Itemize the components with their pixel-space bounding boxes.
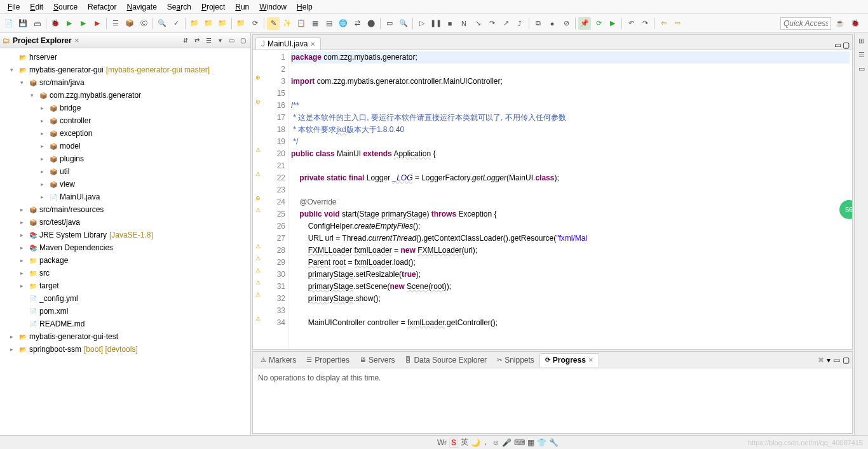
menu-project[interactable]: Project — [196, 1, 230, 13]
highlight-icon[interactable]: ✎ — [267, 17, 280, 30]
bottom-tab-data-source-explorer[interactable]: 🗄Data Source Explorer — [400, 354, 492, 366]
menu-help[interactable]: Help — [292, 1, 318, 13]
debug-icon[interactable]: 🐞 — [49, 17, 62, 30]
view-menu-icon[interactable]: ▾ — [215, 36, 225, 46]
tree-item[interactable]: ▸📦plugins — [0, 152, 250, 165]
tree-item[interactable]: ▸📁target — [0, 279, 250, 292]
perspective-debug-icon[interactable]: 🐞 — [849, 17, 862, 30]
pause-icon[interactable]: ❚❚ — [430, 17, 442, 30]
tree-item[interactable]: ▸📦bridge — [0, 102, 250, 114]
search2-icon[interactable]: 🔍 — [397, 17, 410, 30]
editor-body[interactable]: ⊕⊖⚠⚠⊖⚠⚠⚠⚠⚠⚠⚠ 123151617181920212223242526… — [253, 50, 852, 349]
step-into-icon[interactable]: ↘ — [471, 17, 484, 30]
remove-all-icon[interactable]: ✖ — [818, 356, 824, 365]
perspective-java-icon[interactable]: ☕ — [834, 17, 846, 30]
editor-tab-mainui[interactable]: J MainUI.java ✕ — [255, 37, 321, 50]
tree-item[interactable]: ▸📦src/test/java — [0, 216, 250, 229]
external-run-icon[interactable]: ▶ — [91, 17, 104, 30]
tree-item[interactable]: ▸📦model — [0, 140, 250, 152]
run-icon[interactable]: ▶ — [63, 17, 76, 30]
open-task-icon[interactable]: ✓ — [170, 17, 182, 30]
collapse-all-icon[interactable]: ⇵ — [180, 36, 191, 46]
bottom-tab-snippets[interactable]: ✂Snippets — [492, 354, 539, 366]
save-all-icon[interactable]: 🗃 — [31, 17, 43, 30]
table-icon[interactable]: ▦ — [309, 17, 322, 30]
outline-icon[interactable]: ⊞ — [857, 36, 867, 46]
tree-item[interactable]: ▸📄MainUI.java — [0, 191, 250, 203]
tree-item[interactable]: ▸📦src/main/resources — [0, 203, 250, 216]
black-circle-icon[interactable]: ⬤ — [365, 17, 377, 30]
link-editor-icon[interactable]: ⇄ — [192, 36, 202, 46]
tree-item[interactable]: 📄pom.xml — [0, 305, 250, 318]
new-icon[interactable]: 📄 — [3, 17, 15, 30]
tree-item[interactable]: ▸📦controller — [0, 114, 250, 127]
tree-item[interactable]: ▾📂mybatis-generator-gui[mybatis-generato… — [0, 64, 250, 76]
pin-icon[interactable]: 📌 — [578, 17, 591, 30]
prev-edit-icon[interactable]: ↶ — [625, 17, 637, 30]
menu-search[interactable]: Search — [162, 1, 196, 13]
view-menu2-icon[interactable]: ▾ — [827, 356, 831, 365]
sync-icon[interactable]: ⟳ — [248, 17, 261, 30]
filter-icon[interactable]: ⧉ — [532, 17, 545, 30]
menu-source[interactable]: Source — [48, 1, 83, 13]
tree-item[interactable]: 📂hrserver — [0, 51, 250, 64]
back-icon[interactable]: ⇦ — [657, 17, 670, 30]
tree-item[interactable]: ▸📦view — [0, 178, 250, 191]
project-tree[interactable]: 📂hrserver▾📂mybatis-generator-gui[mybatis… — [0, 48, 250, 435]
tree-item[interactable]: ▸📚JRE System Library[JavaSE-1.8] — [0, 229, 250, 241]
globe-icon[interactable]: 🌐 — [337, 17, 349, 30]
paste-icon[interactable]: 📋 — [295, 17, 308, 30]
menu-edit[interactable]: Edit — [25, 1, 48, 13]
tree-item[interactable]: 📄README.md — [0, 318, 250, 330]
tree-item[interactable]: ▸📦exception — [0, 127, 250, 140]
tree-item[interactable]: ▸📁src — [0, 267, 250, 279]
folder2-icon[interactable]: 📁 — [202, 17, 215, 30]
tree-item[interactable]: ▾📦com.zzg.mybatis.generator — [0, 89, 250, 102]
play-icon[interactable]: ▶ — [606, 17, 619, 30]
editor-minimize-icon[interactable]: ▭ — [834, 41, 841, 50]
tree-item[interactable]: ▸📦util — [0, 165, 250, 178]
folder3-icon[interactable]: 📁 — [216, 17, 229, 30]
tree-item[interactable]: ▸📂mybatis-generator-gui-test — [0, 330, 250, 343]
grid-icon[interactable]: ▤ — [323, 17, 336, 30]
bottom-tab-properties[interactable]: ☰Properties — [301, 354, 355, 366]
menu-run[interactable]: Run — [230, 1, 254, 13]
menu-navigate[interactable]: Navigate — [121, 1, 161, 13]
open-type-icon[interactable]: 🔍 — [156, 17, 168, 30]
step-over-icon[interactable]: ↷ — [485, 17, 498, 30]
forward-icon[interactable]: ⇨ — [671, 17, 684, 30]
bottom-minimize-icon[interactable]: ▭ — [833, 356, 840, 365]
editor-maximize-icon[interactable]: ▢ — [843, 41, 850, 50]
task-list-icon[interactable]: ☰ — [857, 50, 867, 60]
tree-item[interactable]: ▸📂springboot-ssm[boot] [devtools] — [0, 343, 250, 356]
step-return-icon[interactable]: ↗ — [499, 17, 512, 30]
menu-file[interactable]: FFileile — [3, 1, 25, 13]
close-view-icon[interactable]: ✕ — [74, 37, 79, 44]
refresh-icon[interactable]: ⟳ — [592, 17, 605, 30]
resume-icon[interactable]: ▷ — [416, 17, 428, 30]
layout-icon[interactable]: ▭ — [383, 17, 396, 30]
tree-item[interactable]: ▾📦src/main/java — [0, 76, 250, 89]
coverage-icon[interactable]: ▶ — [77, 17, 90, 30]
bottom-tab-servers[interactable]: 🖥Servers — [355, 354, 400, 366]
focus-icon[interactable]: ☰ — [203, 36, 214, 46]
close-tab-icon[interactable]: ✕ — [310, 41, 315, 48]
quick-access-input[interactable] — [780, 17, 831, 30]
tree-item[interactable]: 📄_config.yml — [0, 292, 250, 305]
tree-item[interactable]: ▸📚Maven Dependencies — [0, 241, 250, 254]
bottom-tab-progress[interactable]: ⟳Progress ✕ — [539, 353, 599, 367]
bottom-maximize-icon[interactable]: ▢ — [843, 356, 850, 365]
stop-icon[interactable]: ■ — [444, 17, 456, 30]
tree-item[interactable]: ▸📁package — [0, 254, 250, 267]
folder-icon[interactable]: 📁 — [188, 17, 201, 30]
build-icon[interactable]: ☰ — [109, 17, 122, 30]
bottom-tab-markers[interactable]: ⚠Markers — [255, 354, 301, 366]
minimize-icon[interactable]: ▭ — [226, 36, 236, 46]
new-package-icon[interactable]: 📦 — [123, 17, 136, 30]
bookmarks-icon[interactable]: ▭ — [857, 64, 867, 74]
new-class-icon[interactable]: Ⓒ — [137, 17, 150, 30]
disconnect-icon[interactable]: N — [458, 17, 470, 30]
arrows-icon[interactable]: ⇄ — [351, 17, 363, 30]
save-icon[interactable]: 💾 — [17, 17, 29, 30]
menu-refactor[interactable]: Refactor — [83, 1, 121, 13]
